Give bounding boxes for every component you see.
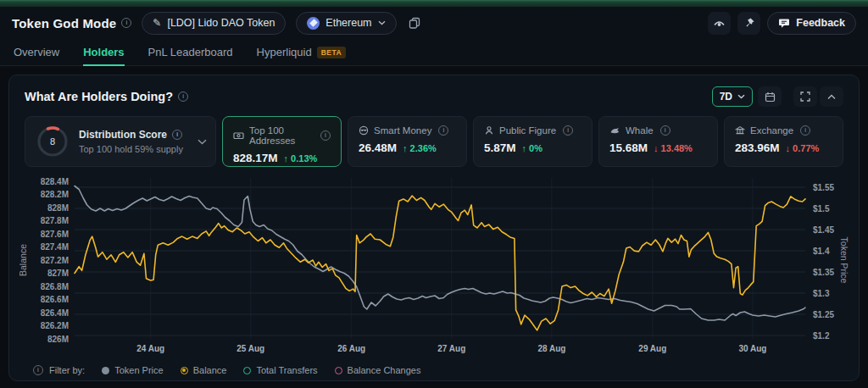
filter-balance-changes[interactable]: Balance Changes [335,365,421,375]
tab-hyperliquid[interactable]: Hyperliquid BETA [257,39,347,65]
info-icon: i [800,125,810,136]
stat-card-whale[interactable]: Whale i 15.68M ↓ 13.48% [598,116,718,167]
token-selector-pill[interactable]: ✎ [LDO] Lido DAO Token [142,12,286,35]
chain-name: Ethereum [326,17,371,29]
svg-text:827M: 827M [47,269,69,278]
stat-card-top100[interactable]: Top 100 Addresses i 828.17M ↑ 0.13% [222,116,342,167]
stat-label: Top 100 Addresses [249,125,314,146]
svg-text:$1.25: $1.25 [813,310,834,319]
stat-value: 15.68M [609,141,648,154]
info-icon: i [563,125,573,136]
filter-token-price[interactable]: Token Price [102,365,163,375]
page-title: Token God Mode [12,16,116,30]
svg-text:Balance: Balance [19,244,28,276]
top-accent-strip [0,0,868,7]
calendar-icon [765,91,776,103]
svg-text:826.8M: 826.8M [41,282,69,291]
fullscreen-icon [800,91,810,102]
svg-text:826.6M: 826.6M [41,295,69,304]
svg-text:29 Aug: 29 Aug [638,344,666,353]
eye-icon [713,18,726,28]
calendar-button[interactable] [758,86,782,107]
svg-text:25 Aug: 25 Aug [236,344,264,353]
collapse-button[interactable] [820,86,843,107]
tab-holders[interactable]: Holders [83,39,124,65]
svg-text:8: 8 [50,136,55,147]
svg-text:828.4M: 828.4M [41,177,69,186]
filter-total-transfers[interactable]: Total Transfers [243,365,317,375]
svg-text:30 Aug: 30 Aug [738,344,766,353]
holder-stats-row: 8 Distribution Score i Top 100 hold 59% … [19,116,849,167]
stat-delta: ↓ 0.77% [786,143,820,153]
distribution-score-gauge: 8 [36,125,70,158]
info-icon: i [438,125,448,136]
stat-label: Exchange [750,125,793,136]
copy-address-button[interactable] [403,12,426,35]
watch-mode-button[interactable] [708,12,731,35]
beta-badge: BETA [317,47,347,58]
stat-value: 5.87M [484,141,516,154]
info-icon: i [172,130,182,140]
time-range-select[interactable]: 7D [712,86,753,107]
stat-delta: ↓ 13.48% [654,143,693,153]
svg-text:$1.45: $1.45 [813,225,834,235]
tab-bar: Overview Holders PnL Leaderboard Hyperli… [0,39,868,66]
chart-filter-legend: i Filter by: Token Price Balance Total T… [19,359,849,375]
balance-changes-dot-icon [335,367,342,374]
feedback-label: Feedback [796,17,845,29]
svg-text:$1.5: $1.5 [813,204,830,213]
stat-value: 828.17M [233,152,278,164]
balance-dot-icon [181,367,188,374]
stat-card-public-figure[interactable]: Public Figure i 5.87M ↑ 0% [473,116,593,167]
holders-chart[interactable]: 828.4M828.2M828M827.8M827.6M827.4M827.2M… [19,173,849,359]
filter-balance[interactable]: Balance [181,365,227,375]
public-figure-icon [484,125,494,136]
panel-title: What Are Holders Doing? [25,90,173,103]
chevron-down-icon[interactable] [198,139,207,145]
total-transfers-dot-icon [243,367,251,374]
stat-label: Smart Money [374,125,431,136]
svg-text:28 Aug: 28 Aug [537,344,565,353]
svg-text:$1.3: $1.3 [813,289,830,298]
svg-text:826M: 826M [47,335,69,344]
stat-value: 26.48M [359,141,397,154]
stat-card-smart-money[interactable]: Smart Money i 26.48M ↑ 2.36% [348,116,467,167]
distribution-score-label: Distribution Score [79,129,167,141]
distribution-score-subtitle: Top 100 hold 59% supply [79,144,188,154]
feedback-button[interactable]: Feedback [767,12,856,35]
svg-text:$1.55: $1.55 [813,183,834,192]
holders-panel: What Are Holders Doing? i 7D [8,75,860,381]
svg-text:827.2M: 827.2M [41,256,69,265]
stat-card-exchange[interactable]: Exchange i 283.96M ↓ 0.77% [724,116,843,167]
svg-text:27 Aug: 27 Aug [437,344,465,353]
smart-money-icon [359,125,369,136]
token-price-dot-icon [102,367,109,374]
chevron-up-icon [826,93,837,100]
tab-pnl-leaderboard[interactable]: PnL Leaderboard [148,39,233,65]
svg-text:24 Aug: 24 Aug [136,344,164,353]
info-icon: i [33,365,43,375]
info-icon: i [178,91,188,102]
distribution-score-card[interactable]: 8 Distribution Score i Top 100 hold 59% … [25,116,216,167]
whale-icon [609,125,620,136]
token-name: [LDO] Lido DAO Token [167,17,275,29]
svg-text:$1.35: $1.35 [813,268,834,277]
svg-text:826.2M: 826.2M [41,321,69,330]
info-icon: i [320,130,331,141]
header-bar: Token God Mode i ✎ [LDO] Lido DAO Token … [0,7,868,39]
ethereum-icon [307,17,320,30]
exchange-icon [735,125,745,136]
pin-button[interactable] [737,12,760,35]
svg-text:827.4M: 827.4M [41,242,69,252]
fullscreen-button[interactable] [793,86,817,107]
stat-label: Public Figure [499,125,556,136]
svg-text:827.6M: 827.6M [41,230,69,239]
feedback-bubble-icon [778,18,790,29]
pencil-icon: ✎ [153,17,161,29]
svg-text:828.2M: 828.2M [41,190,69,199]
chevron-down-icon [737,94,745,99]
cash-icon [233,130,244,141]
info-icon: i [121,18,131,28]
chain-selector-pill[interactable]: Ethereum [296,12,396,35]
tab-overview[interactable]: Overview [14,39,59,65]
